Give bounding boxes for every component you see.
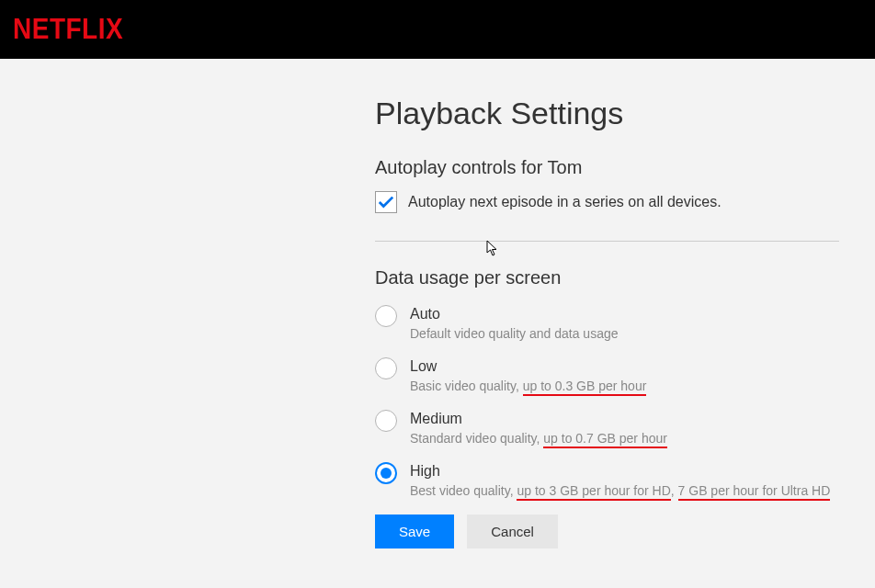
- topbar: NETFLIX: [0, 0, 875, 59]
- radio-content: Medium Standard video quality, up to 0.7…: [410, 410, 667, 446]
- autoplay-checkbox-row: Autoplay next episode in a series on all…: [375, 191, 846, 213]
- underline: 7 GB per hour for Ultra HD: [678, 483, 831, 501]
- checkmark-icon: [378, 195, 394, 209]
- save-button[interactable]: Save: [375, 514, 454, 548]
- radio-auto[interactable]: [375, 305, 397, 327]
- data-usage-radio-group: Auto Default video quality and data usag…: [375, 305, 846, 498]
- autoplay-next-episode-checkbox[interactable]: [375, 191, 397, 213]
- underline: up to 0.7 GB per hour: [543, 431, 667, 448]
- radio-content: Auto Default video quality and data usag…: [410, 305, 619, 341]
- netflix-logo: NETFLIX: [13, 13, 123, 45]
- radio-row-high: High Best video quality, up to 3 GB per …: [375, 462, 846, 498]
- autoplay-heading: Autoplay controls for Tom: [375, 157, 846, 178]
- data-usage-heading: Data usage per screen: [375, 267, 846, 288]
- divider: [375, 241, 839, 242]
- radio-desc: Basic video quality, up to 0.3 GB per ho…: [410, 379, 646, 393]
- radio-title: Auto: [410, 306, 619, 322]
- autoplay-checkbox-label: Autoplay next episode in a series on all…: [408, 194, 722, 210]
- radio-title: Medium: [410, 411, 667, 427]
- radio-row-low: Low Basic video quality, up to 0.3 GB pe…: [375, 357, 846, 393]
- cancel-button[interactable]: Cancel: [467, 514, 558, 548]
- radio-content: Low Basic video quality, up to 0.3 GB pe…: [410, 357, 646, 393]
- page-title: Playback Settings: [375, 96, 846, 131]
- radio-row-auto: Auto Default video quality and data usag…: [375, 305, 846, 341]
- radio-title: Low: [410, 358, 646, 375]
- radio-row-medium: Medium Standard video quality, up to 0.7…: [375, 410, 846, 446]
- radio-desc: Standard video quality, up to 0.7 GB per…: [410, 431, 667, 446]
- underline: up to 0.3 GB per hour: [523, 379, 647, 396]
- underline: up to 3 GB per hour for HD: [517, 483, 670, 501]
- content: Playback Settings Autoplay controls for …: [0, 59, 846, 548]
- radio-high[interactable]: [375, 462, 397, 484]
- radio-desc: Best video quality, up to 3 GB per hour …: [410, 483, 830, 498]
- radio-low[interactable]: [375, 357, 397, 379]
- radio-desc: Default video quality and data usage: [410, 326, 619, 341]
- radio-title: High: [410, 463, 830, 480]
- button-row: Save Cancel: [375, 514, 846, 548]
- radio-medium[interactable]: [375, 410, 397, 432]
- radio-content: High Best video quality, up to 3 GB per …: [410, 462, 830, 498]
